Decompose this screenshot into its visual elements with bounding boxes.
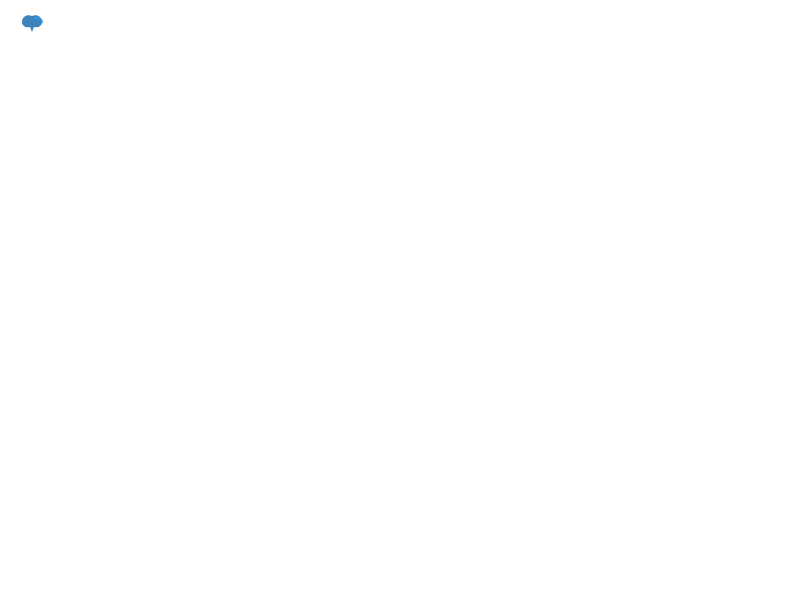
logo [16,16,46,40]
page-header [16,16,776,40]
logo-bird-icon [18,12,46,40]
